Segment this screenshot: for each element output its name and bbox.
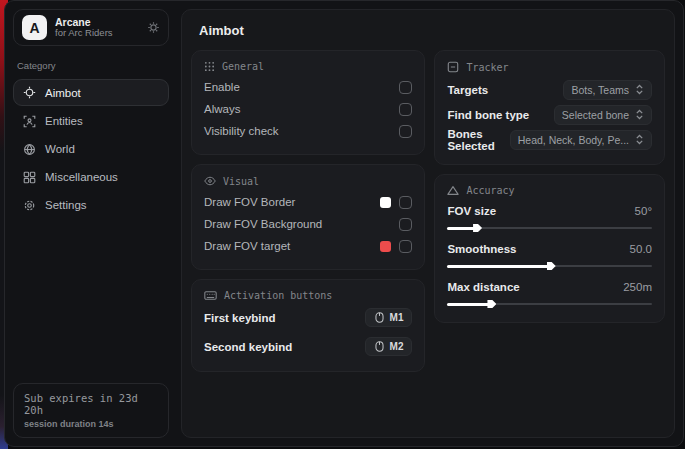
card-title: Visual [223, 176, 259, 187]
logo-card: A Arcane for Arc Riders [13, 9, 169, 46]
refresh-icon[interactable] [147, 21, 160, 34]
layout-grid-icon [23, 171, 36, 184]
slider-thumb[interactable] [473, 224, 482, 232]
setting-row-always: Always [204, 98, 412, 120]
sidebar-item-label: Miscellaneous [45, 171, 118, 183]
setting-label: Enable [204, 81, 399, 93]
select-value: Selected bone [562, 109, 629, 121]
card-title: Accuracy [466, 185, 514, 196]
setting-label: Draw FOV target [204, 240, 380, 252]
card-accuracy-header: Accuracy [447, 185, 652, 196]
card-title: Activation buttons [224, 290, 332, 301]
setting-row-fov-size: FOV size 50° [447, 202, 652, 234]
setting-row-bones-selected: Bones Selected Head, Neck, Body, Pe... [447, 127, 652, 152]
draw-fov-background-checkbox[interactable] [399, 218, 412, 231]
category-label: Category [17, 60, 165, 71]
setting-row-draw-fov-background: Draw FOV Background [204, 213, 412, 235]
visibility-check-checkbox[interactable] [399, 125, 412, 138]
globe-icon [23, 143, 36, 156]
keybind-value: M1 [390, 312, 404, 323]
first-keybind-button[interactable]: M1 [365, 308, 413, 327]
setting-label: FOV size [447, 205, 634, 217]
card-title: Tracker [466, 62, 508, 73]
grid-dots-icon [204, 61, 215, 72]
draw-fov-border-checkbox[interactable] [399, 196, 412, 209]
setting-row-draw-fov-border: Draw FOV Border [204, 191, 412, 213]
left-column: General Enable Always Visibility check [191, 50, 425, 372]
setting-row-visibility-check: Visibility check [204, 120, 412, 142]
fov-border-color-swatch[interactable] [380, 197, 391, 208]
setting-row-max-distance: Max distance 250m [447, 278, 652, 310]
targets-select[interactable]: Bots, Teams [563, 80, 652, 100]
sidebar-item-label: World [45, 143, 75, 155]
main-panel: Aimbot General [181, 9, 675, 438]
sidebar-item-label: Aimbot [45, 87, 81, 99]
app-window: A Arcane for Arc Riders Category [4, 0, 684, 447]
card-tracker-header: Tracker [447, 61, 652, 73]
logo-text: Arcane for Arc Riders [55, 16, 139, 39]
sidebar-item-miscellaneous[interactable]: Miscellaneous [13, 164, 169, 190]
setting-label: Smoothness [447, 243, 629, 255]
keybind-value: M2 [390, 341, 404, 352]
max-distance-slider[interactable] [447, 298, 652, 310]
setting-label: Find bone type [447, 109, 553, 121]
card-tracker: Tracker Targets Bots, Teams [434, 50, 665, 165]
bones-selected-select[interactable]: Head, Neck, Body, Pe... [510, 130, 652, 150]
crosshair-icon [23, 86, 36, 99]
slider-fill [447, 303, 490, 306]
fov-size-slider[interactable] [447, 222, 652, 234]
subscription-card: Sub expires in 23d 20h session duration … [13, 383, 169, 438]
sidebar-item-world[interactable]: World [13, 136, 169, 162]
always-checkbox[interactable] [399, 103, 412, 116]
setting-label: Second keybind [204, 341, 365, 353]
smoothness-slider[interactable] [447, 260, 652, 272]
setting-row-second-keybind: Second keybind M2 [204, 334, 412, 359]
logo-letter: A [29, 20, 39, 36]
setting-row-enable: Enable [204, 76, 412, 98]
card-activation-buttons: Activation buttons First keybind M1 [191, 279, 425, 372]
setting-label: Visibility check [204, 125, 399, 137]
mouse-icon [374, 312, 385, 323]
fov-target-color-swatch[interactable] [380, 241, 391, 252]
enable-checkbox[interactable] [399, 81, 412, 94]
right-column: Tracker Targets Bots, Teams [434, 50, 665, 323]
card-general-header: General [204, 61, 412, 72]
sidebar: A Arcane for Arc Riders Category [5, 1, 177, 446]
select-value: Head, Neck, Body, Pe... [518, 134, 629, 146]
card-title: General [222, 61, 264, 72]
unfold-more-icon [635, 134, 644, 145]
slider-value: 50.0 [630, 243, 652, 255]
slider-thumb[interactable] [547, 262, 556, 270]
slider-fill [447, 227, 476, 230]
slider-value: 250m [623, 281, 652, 293]
sidebar-item-label: Settings [45, 199, 87, 211]
keyboard-icon [204, 290, 217, 301]
app-logo: A [22, 15, 47, 40]
setting-label: Max distance [447, 281, 623, 293]
setting-label: Always [204, 103, 399, 115]
setting-label: Bones Selected [447, 128, 509, 152]
session-duration-text: session duration 14s [24, 419, 158, 429]
slider-value: 50° [635, 205, 652, 217]
second-keybind-button[interactable]: M2 [365, 337, 413, 356]
find-bone-type-select[interactable]: Selected bone [554, 105, 652, 125]
slider-thumb[interactable] [487, 300, 496, 308]
setting-label: Draw FOV Background [204, 218, 399, 230]
app-subtitle: for Arc Riders [55, 28, 139, 39]
unfold-more-icon [635, 84, 644, 95]
card-general: General Enable Always Visibility check [191, 50, 425, 155]
eye-icon [204, 175, 216, 187]
setting-row-first-keybind: First keybind M1 [204, 305, 412, 330]
screen: A Arcane for Arc Riders Category [0, 0, 685, 449]
sidebar-item-settings[interactable]: Settings [13, 192, 169, 218]
unfold-more-icon [635, 109, 644, 120]
select-value: Bots, Teams [571, 84, 629, 96]
scan-box-icon [447, 61, 459, 73]
sidebar-item-entities[interactable]: Entities [13, 108, 169, 134]
mouse-icon [374, 341, 385, 352]
setting-row-smoothness: Smoothness 50.0 [447, 240, 652, 272]
triangle-icon [447, 185, 459, 196]
draw-fov-target-checkbox[interactable] [399, 240, 412, 253]
setting-row-draw-fov-target: Draw FOV target [204, 235, 412, 257]
sidebar-item-aimbot[interactable]: Aimbot [13, 79, 169, 106]
